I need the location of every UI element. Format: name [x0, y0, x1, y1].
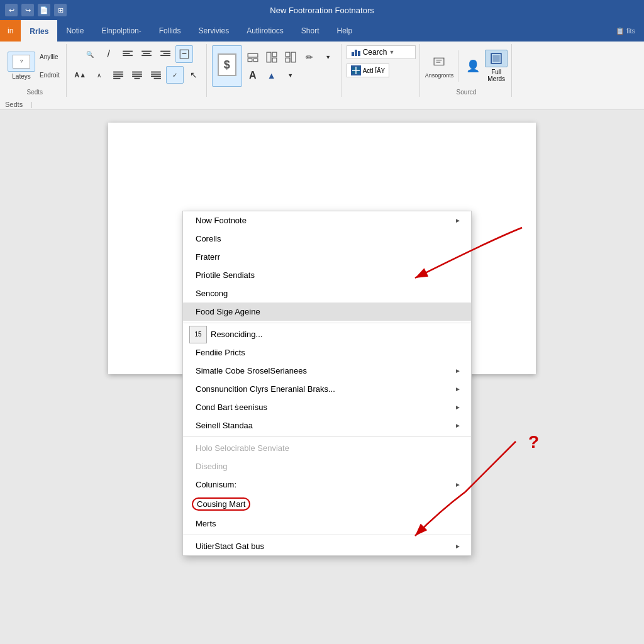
submenu-arrow-16: ►: [455, 481, 461, 488]
context-menu: Now Footnote►CorellsFraterrPriotile Send…: [182, 211, 472, 556]
main-area: Now Footnote►CorellsFraterrPriotile Send…: [0, 110, 644, 644]
ribbon-group-tools: 🔍 / A▲ ∧: [68, 44, 207, 97]
tab-in[interactable]: in: [0, 20, 21, 42]
tab-notie[interactable]: Notie: [57, 20, 92, 42]
doc-action-icon[interactable]: [175, 45, 193, 63]
menu-item-label-0: Now Footnote: [196, 216, 247, 225]
table-icon[interactable]: ⊞: [54, 4, 67, 16]
ribbon-content: ? Lateys Anyllie Endroit Sedts 🔍 /: [0, 42, 644, 99]
ribbon-group-sourcd: Ansogronts 👤 Full Merds Sourcd: [421, 44, 513, 97]
layout1-icon[interactable]: [244, 48, 262, 66]
menu-item-10[interactable]: Consnuncition Clyrs Eneranial Braks...►: [183, 380, 471, 398]
menu-separator-13: [183, 436, 471, 437]
tab-help[interactable]: Help: [328, 20, 362, 42]
menu-item-20[interactable]: UitierStact Gat bus►: [183, 537, 471, 555]
menu-item-label-10: Consnuncition Clyrs Eneranial Braks...: [196, 384, 335, 394]
menu-item-label-14: Holo Selocirable Senviate: [196, 443, 289, 453]
menu-item-label-3: Priotile Sendiats: [196, 270, 255, 280]
ribbon-tabs: in Rrles Notie Elnpolption- Follids Serv…: [0, 20, 644, 42]
align-left-icon[interactable]: [119, 45, 136, 63]
menu-item-label-16: Colunisum:: [196, 480, 236, 489]
svg-rect-42: [493, 55, 500, 62]
menu-item-4[interactable]: Sencong: [183, 284, 471, 303]
font-a-icon[interactable]: A: [244, 67, 262, 84]
menu-item-17[interactable]: Cousing Mart: [183, 494, 471, 514]
ansogronts-button[interactable]: [428, 53, 450, 71]
sourcd-label: Sourcd: [457, 89, 477, 96]
menu-item-0[interactable]: Now Footnote►: [183, 211, 471, 230]
title-bar: ↩ ↪ 📄 ⊞ New Footroration Footnators: [0, 0, 644, 20]
lateys-button[interactable]: ?: [8, 52, 35, 72]
check-icon[interactable]: ✓: [166, 66, 184, 84]
tab-elnpolption[interactable]: Elnpolption-: [92, 20, 150, 42]
menu-item-1[interactable]: Corells: [183, 230, 471, 248]
ribbon-group-search: Cearch ▼ Actl ĬÄY: [343, 44, 420, 97]
menu-item-7[interactable]: 15Resonciding...: [183, 325, 471, 343]
menu-item-8[interactable]: Fendiie Pricts: [183, 343, 471, 362]
menu-item-11[interactable]: Cond Bart ṡeenisus►: [183, 398, 471, 416]
justify-right-icon[interactable]: [147, 66, 165, 84]
svg-rect-25: [253, 58, 258, 62]
actl-button[interactable]: Actl ĬÄY: [347, 64, 390, 77]
tab-servivies[interactable]: Servivies: [189, 20, 238, 42]
slash-icon[interactable]: /: [100, 45, 118, 63]
align-center-icon[interactable]: [138, 45, 155, 63]
svg-rect-30: [286, 58, 290, 62]
undo-icon[interactable]: ↩: [5, 4, 18, 16]
menu-item-16[interactable]: Colunisum:►: [183, 475, 471, 494]
menu-separator-6: [183, 323, 471, 323]
submenu-arrow-11: ►: [455, 404, 461, 411]
menu-item-label-1: Corells: [196, 234, 221, 243]
tab-autlirotiocs[interactable]: Autlirotiocs: [238, 20, 292, 42]
anyllie-button[interactable]: Anyllie: [37, 48, 60, 66]
font-triangle-icon[interactable]: ▲: [263, 67, 280, 84]
chart-icon: [351, 47, 361, 57]
caret-up-icon[interactable]: ∧: [91, 66, 108, 84]
highlight-icon[interactable]: A▲: [72, 66, 89, 84]
menu-item-12[interactable]: Seinell Standaa►: [183, 416, 471, 435]
svg-rect-26: [267, 52, 271, 62]
cursor-icon[interactable]: ↖: [185, 66, 203, 84]
menu-item-5[interactable]: Food Sige Ageine: [183, 303, 471, 321]
dollar-button[interactable]: $: [212, 45, 242, 87]
menu-item-label-18: Merts: [196, 519, 216, 528]
submenu-arrow-20: ►: [455, 543, 461, 550]
justify-center-icon[interactable]: [128, 66, 146, 84]
redo-icon[interactable]: ↪: [21, 4, 34, 16]
document-area: Now Footnote►CorellsFraterrPriotile Send…: [0, 110, 644, 644]
magnify-icon[interactable]: 🔍: [81, 45, 99, 63]
user-icon[interactable]: 👤: [463, 57, 483, 75]
justify-left-icon[interactable]: [109, 66, 127, 84]
sedts-bar: Sedts |: [0, 99, 644, 110]
tab-short[interactable]: Short: [292, 20, 328, 42]
layout2-icon[interactable]: [263, 48, 280, 66]
tab-rrles[interactable]: Rrles: [21, 20, 57, 42]
menu-icon-7: 15: [189, 326, 207, 343]
actl-icon: [351, 65, 361, 75]
dropdown1-icon[interactable]: ▼: [319, 48, 337, 66]
svg-rect-33: [355, 50, 357, 56]
menu-item-9[interactable]: Simatle Cobe SroselSerianees►: [183, 362, 471, 380]
menu-item-label-8: Fendiie Pricts: [196, 348, 245, 357]
svg-text:?: ?: [528, 432, 539, 452]
align-right-icon[interactable]: [157, 45, 174, 63]
doc-icon[interactable]: 📄: [38, 4, 50, 16]
submenu-arrow-0: ►: [455, 217, 461, 224]
fullmerds-button[interactable]: [485, 50, 508, 67]
tab-fits[interactable]: 📋 fits: [607, 20, 644, 42]
layout3-icon[interactable]: [282, 48, 299, 66]
menu-item-label-15: Diseding: [196, 462, 228, 471]
dropdown2-icon[interactable]: ▼: [282, 67, 299, 84]
menu-item-label-2: Fraterr: [196, 252, 220, 262]
submenu-arrow-12: ►: [455, 422, 461, 429]
menu-item-3[interactable]: Priotile Sendiats: [183, 266, 471, 284]
svg-rect-28: [272, 58, 277, 62]
menu-item-18[interactable]: Merts: [183, 514, 471, 533]
menu-item-2[interactable]: Fraterr: [183, 248, 471, 266]
menu-item-15: Diseding: [183, 457, 471, 475]
edit-icon[interactable]: ✏: [301, 48, 318, 66]
svg-rect-38: [435, 58, 445, 65]
tab-follids[interactable]: Follids: [150, 20, 190, 42]
endroit-button[interactable]: Endroit: [37, 67, 62, 84]
sedts-label: Sedts: [27, 89, 43, 96]
